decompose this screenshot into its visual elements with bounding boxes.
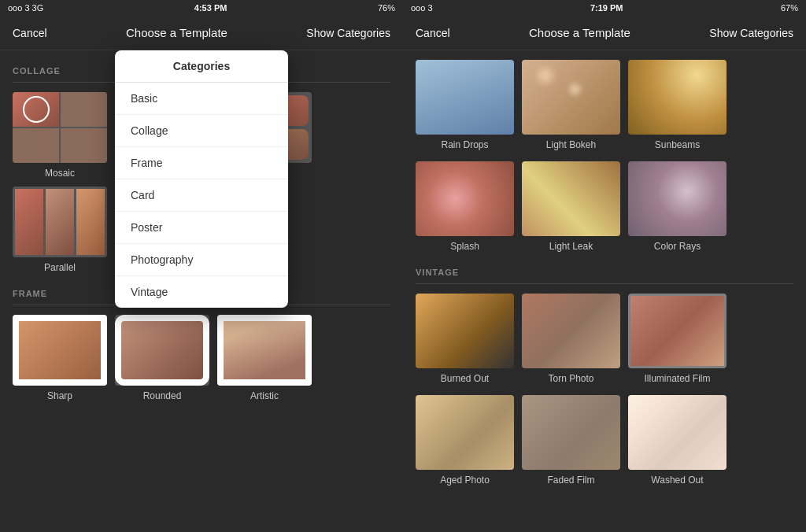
aged-photo-label: Aged Photo	[440, 475, 490, 486]
right-battery: 67%	[781, 3, 798, 13]
dropdown-item-poster[interactable]: Poster	[115, 212, 288, 244]
sunbeams-template[interactable]: Sunbeams	[628, 60, 727, 150]
light-bokeh-thumb	[522, 60, 620, 135]
right-time: 7:19 PM	[590, 3, 623, 13]
splash-label: Splash	[450, 241, 479, 252]
light-leak-template[interactable]: Light Leak	[522, 161, 620, 252]
faded-film-thumb	[522, 395, 620, 470]
right-nav-title: Choose a Template	[529, 26, 630, 39]
right-cancel-button[interactable]: Cancel	[416, 27, 450, 39]
left-cancel-button[interactable]: Cancel	[13, 27, 47, 39]
torn-photo-label: Torn Photo	[548, 373, 593, 384]
vintage-grid-1: Burned Out Torn Photo Illuminated Film	[416, 294, 793, 384]
torn-photo-thumb	[522, 294, 620, 368]
artistic-thumb	[217, 315, 312, 386]
left-status-bar: ooo 3 3G 4:53 PM 76%	[0, 0, 403, 16]
aged-photo-thumb	[416, 395, 514, 470]
photography-top-grid: Rain Drops Light Bokeh Sunbeams	[416, 60, 793, 150]
left-time: 4:53 PM	[194, 3, 227, 13]
vintage-grid-2: Aged Photo Faded Film Washed Out	[416, 395, 793, 486]
washed-out-template[interactable]: Washed Out	[628, 395, 727, 486]
illuminated-film-template[interactable]: Illuminated Film	[628, 294, 727, 384]
splash-thumb	[416, 161, 514, 236]
torn-photo-template[interactable]: Torn Photo	[522, 294, 620, 384]
illuminated-film-thumb	[628, 294, 727, 368]
right-scroll-content: Rain Drops Light Bokeh Sunbeams Splash	[403, 50, 806, 532]
rain-drops-label: Rain Drops	[441, 139, 488, 150]
left-nav-title: Choose a Template	[126, 26, 227, 39]
color-rays-label: Color Rays	[654, 241, 701, 252]
sunbeams-label: Sunbeams	[655, 139, 700, 150]
light-bokeh-template[interactable]: Light Bokeh	[522, 60, 620, 150]
burned-out-label: Burned Out	[441, 373, 489, 384]
categories-dropdown: Categories Basic Collage Frame Card Post…	[115, 50, 288, 308]
color-rays-thumb	[628, 161, 727, 236]
splash-template[interactable]: Splash	[416, 161, 514, 252]
artistic-label: Artistic	[250, 390, 279, 401]
light-leak-label: Light Leak	[549, 241, 593, 252]
rounded-frame-label: Rounded	[143, 390, 182, 401]
parallel-template[interactable]: Parallel	[13, 187, 107, 273]
artistic-template[interactable]: Artistic	[217, 315, 312, 401]
left-battery: 76%	[378, 3, 395, 13]
vintage-divider	[416, 283, 793, 284]
left-carrier: ooo 3 3G	[8, 3, 43, 13]
burned-out-template[interactable]: Burned Out	[416, 294, 514, 384]
dropdown-item-frame[interactable]: Frame	[115, 147, 288, 179]
left-panel: ooo 3 3G 4:53 PM 76% Cancel Choose a Tem…	[0, 0, 403, 532]
right-status-bar: ooo 3 7:19 PM 67%	[403, 0, 806, 16]
burned-out-thumb	[416, 294, 514, 368]
aged-photo-template[interactable]: Aged Photo	[416, 395, 514, 486]
dropdown-item-collage[interactable]: Collage	[115, 115, 288, 147]
rounded-frame-thumb	[115, 315, 209, 386]
right-panel: ooo 3 7:19 PM 67% Cancel Choose a Templa…	[403, 0, 806, 532]
parallel-label: Parallel	[44, 262, 76, 273]
right-nav-bar: Cancel Choose a Template Show Categories	[403, 16, 806, 50]
light-bokeh-label: Light Bokeh	[546, 139, 596, 150]
vintage-section-header: VINTAGE	[416, 268, 793, 277]
left-nav-bar: Cancel Choose a Template Show Categories	[0, 16, 403, 50]
dropdown-item-basic[interactable]: Basic	[115, 83, 288, 115]
right-carrier: ooo 3	[411, 3, 433, 13]
mosaic-thumb	[13, 92, 107, 163]
light-leak-thumb	[522, 161, 620, 236]
sharp-thumb	[13, 315, 107, 386]
faded-film-template[interactable]: Faded Film	[522, 395, 620, 486]
right-show-categories-button[interactable]: Show Categories	[709, 27, 793, 39]
rain-drops-template[interactable]: Rain Drops	[416, 60, 514, 150]
frame-grid: Sharp Rounded Artistic	[13, 315, 390, 401]
photography-grid: Splash Light Leak Color Rays	[416, 161, 793, 252]
faded-film-label: Faded Film	[547, 475, 594, 486]
parallel-thumb	[13, 187, 107, 257]
mosaic-label: Mosaic	[45, 168, 75, 179]
dropdown-item-vintage[interactable]: Vintage	[115, 276, 288, 308]
dropdown-item-photography[interactable]: Photography	[115, 244, 288, 276]
dropdown-title: Categories	[115, 50, 288, 83]
left-show-categories-button[interactable]: Show Categories	[306, 27, 390, 39]
washed-out-label: Washed Out	[651, 475, 703, 486]
washed-out-thumb	[628, 395, 727, 470]
illuminated-film-label: Illuminated Film	[644, 373, 710, 384]
rain-drops-thumb	[416, 60, 514, 135]
sharp-template[interactable]: Sharp	[13, 315, 107, 401]
sunbeams-thumb	[628, 60, 727, 135]
rounded-frame-template[interactable]: Rounded	[115, 315, 209, 401]
dropdown-item-card[interactable]: Card	[115, 179, 288, 212]
color-rays-template[interactable]: Color Rays	[628, 161, 727, 252]
sharp-label: Sharp	[47, 390, 72, 401]
mosaic-template[interactable]: Mosaic	[13, 92, 107, 179]
